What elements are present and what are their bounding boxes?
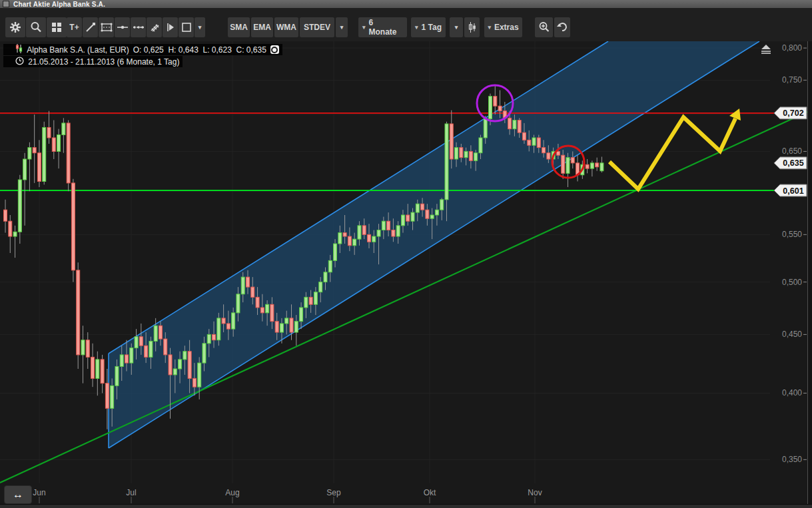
stdev-indicator-button[interactable]: STDEV [300,17,334,37]
sma-indicator-button[interactable]: SMA [228,17,250,37]
candle-up [294,322,298,332]
candle-up [513,121,516,129]
zoom-in-icon [538,21,550,33]
candle-down [67,123,70,183]
candle-down [426,210,429,218]
clock-icon [7,47,24,77]
y-axis-label: 0,400 [782,388,802,397]
candle-up [300,308,303,322]
candle-down [275,322,278,332]
text-tool-button[interactable]: T+ [67,17,82,37]
candle-down [91,357,95,378]
ema-indicator-button[interactable]: EMA [251,17,273,37]
candle-down [77,270,80,355]
candle-up [203,344,206,363]
candle-down [460,148,463,158]
month-label: Aug [225,488,239,497]
ohlc-readout: O: 0,625 H: 0,643 L: 0,623 C: 0,635 [133,45,266,55]
indicator-dropdown[interactable]: ▾ [336,17,348,37]
indicator-toggle-icon[interactable] [270,45,279,54]
zoom-in-button[interactable] [535,17,553,37]
candle-down [368,234,371,242]
candle-down [518,121,521,133]
month-label: Okt [424,488,436,497]
candle-down [256,297,259,308]
candle-down [101,360,104,383]
candle-up [445,124,448,200]
candle-up [173,369,177,375]
flag-tool-button[interactable] [163,17,178,37]
text-tool-label: T+ [69,23,79,32]
candle-up [232,313,235,329]
candle-down [498,106,502,111]
candle-down [450,124,453,159]
candle-down [387,221,390,230]
candle-down [159,326,162,339]
trendline-tool-button[interactable] [83,17,98,37]
undo-button[interactable] [554,17,570,37]
horizontal-line-tool-button[interactable] [115,17,130,37]
candle-up [382,221,385,230]
freehand-tool-button[interactable] [147,17,162,37]
dotted-line-tool-button[interactable] [131,17,146,37]
timeframe-dropdown[interactable]: ▾ 6 Monate [358,17,407,37]
y-axis-label: 0,750 [782,75,802,85]
candle-down [343,233,346,236]
scroll-horizontal-button[interactable]: ↔ [4,485,32,504]
wma-indicator-button[interactable]: WMA [274,17,298,37]
y-axis-label: 0,500 [782,278,802,287]
pane-right-margin [808,41,812,504]
month-label: Nov [528,488,542,497]
fibonacci-tool-button[interactable] [99,17,114,37]
candle-down [37,153,41,182]
candle-down [47,127,51,138]
candle-up [590,163,594,168]
y-axis-label: 0,550 [782,230,802,239]
candle-down [193,378,196,387]
candle-down [188,352,191,379]
candle-up [13,232,17,236]
candle-down [226,324,230,329]
candle-down [260,308,264,313]
candle-down [145,346,148,357]
candle-down [421,204,424,210]
candle-down [348,236,351,246]
candle-up [236,294,240,313]
chart-type-candlestick-button[interactable] [464,17,480,37]
layout-grid-button[interactable] [47,17,67,37]
interval-dropdown[interactable]: ▾ 1 Tag [411,17,446,37]
candle-up [319,282,322,292]
candle-up [489,97,492,119]
candle-up [266,304,269,313]
candle-down [169,355,172,375]
candle-up [566,158,570,174]
window-icon [3,1,9,7]
candle-down [4,210,7,221]
candle-down [362,226,366,234]
candle-up [23,159,27,180]
rectangle-tool-button[interactable] [179,17,194,37]
candle-up [81,340,85,355]
extras-dropdown[interactable]: ▾ Extras [484,17,522,37]
chart-type-dropdown[interactable]: ▾ [450,17,463,37]
candle-up [440,200,444,210]
search-button[interactable] [26,17,46,37]
window-titlebar: Chart Aktie Alpha Bank S.A. [0,0,812,8]
candle-up [401,215,404,226]
candle-up [120,355,123,367]
candle-down [406,215,410,221]
chevron-down-icon: ▾ [455,24,458,31]
candlestick-chart[interactable]: JunJulAugSepOktNov0,8000,7500,7000,6500,… [0,41,812,508]
candle-up [149,341,153,357]
candlestick-icon [468,21,476,33]
candle-up [377,230,380,236]
candle-down [469,151,472,160]
bottom-resize-strip[interactable] [0,504,812,508]
candle-up [396,226,400,236]
candle-up [111,385,114,408]
fibonacci-icon [101,22,113,33]
candle-up [130,348,133,364]
candle-up [115,366,119,385]
candle-up [358,226,361,239]
shape-tools-dropdown[interactable]: ▾ [195,17,205,37]
